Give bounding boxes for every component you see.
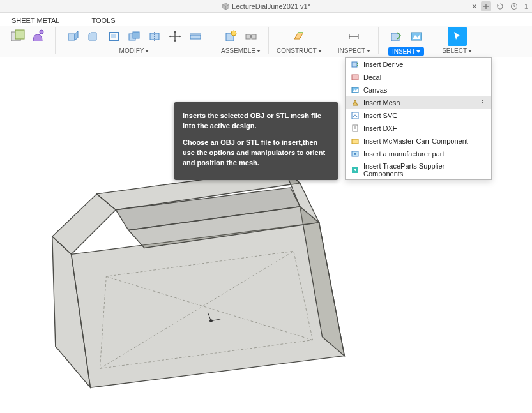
dd-label: Insert Derive [363, 61, 403, 68]
dxf-icon [351, 124, 360, 133]
mesh-icon [351, 98, 360, 107]
dd-decal[interactable]: Decal [346, 71, 491, 84]
tform-icon[interactable] [28, 27, 47, 46]
separator [330, 27, 330, 54]
dd-insert-derive[interactable]: Insert Derive [346, 58, 491, 71]
svg-rect-10 [133, 32, 139, 38]
refresh-icon[interactable] [495, 1, 505, 11]
dd-label: Insert Mesh [363, 99, 400, 107]
tooltip-line1: Inserts the selected OBJ or STL mesh fil… [183, 111, 330, 131]
insert-derive-icon[interactable] [386, 27, 406, 46]
separator [268, 27, 269, 54]
svg-rect-4 [15, 30, 24, 39]
group-assemble: ASSEMBLE [218, 27, 263, 54]
svg-rect-40 [352, 75, 358, 80]
modify-label[interactable]: MODIFY [119, 47, 149, 54]
svg-rect-39 [352, 62, 357, 67]
modify-label-text: MODIFY [119, 47, 144, 54]
new-component-icon[interactable] [221, 27, 240, 46]
dd-label: Insert DXF [363, 124, 397, 132]
new-tab-icon[interactable] [481, 1, 491, 11]
dd-label: Insert McMaster-Carr Component [363, 137, 468, 145]
dd-mcmaster[interactable]: Insert McMaster-Carr Component [346, 135, 491, 147]
chevron-down-icon [367, 50, 370, 52]
tooltip-line2: Choose an OBJ or STL file to insert,then… [183, 138, 330, 169]
derive-icon [351, 60, 360, 69]
canvas-icon [351, 86, 360, 94]
insert-canvas-icon[interactable] [407, 27, 426, 46]
assemble-label-text: ASSEMBLE [221, 47, 255, 54]
svg-icon [351, 111, 360, 120]
joint-icon[interactable] [241, 27, 261, 46]
close-icon[interactable]: × [472, 1, 477, 11]
decal-icon [351, 73, 360, 82]
document-title-wrap: LectureDialJune2021 v1* [222, 3, 310, 10]
dd-label: Insert a manufacturer part [363, 150, 445, 158]
dd-label: Canvas [363, 86, 387, 94]
separator [213, 27, 213, 54]
dd-insert-svg[interactable]: Insert SVG [346, 109, 491, 122]
construct-label[interactable]: CONSTRUCT [277, 47, 322, 54]
inspect-label-text: INSPECT [338, 47, 365, 54]
tab-labels: SHEET METAL TOOLS [0, 13, 532, 26]
group-sheet-metal [5, 27, 50, 46]
manufacturer-icon [351, 149, 360, 158]
clock-icon[interactable] [509, 1, 519, 11]
menu-sheet-metal[interactable]: SHEET METAL [11, 17, 59, 24]
clock-badge: 1 [523, 3, 528, 10]
combine-icon[interactable] [125, 27, 144, 46]
document-title: LectureDialJune2021 v1* [232, 3, 310, 10]
svg-rect-13 [190, 35, 201, 39]
align-icon[interactable] [186, 27, 205, 46]
assemble-label[interactable]: ASSEMBLE [221, 47, 261, 54]
svg-rect-23 [391, 33, 399, 41]
flange-icon[interactable] [8, 27, 27, 46]
move-icon[interactable] [165, 27, 185, 46]
inspect-label[interactable]: INSPECT [338, 47, 370, 54]
menu-tools[interactable]: TOOLS [91, 17, 115, 24]
chevron-down-icon [416, 50, 420, 53]
traceparts-icon [351, 165, 360, 174]
split-icon[interactable] [145, 27, 164, 46]
measure-icon[interactable] [344, 27, 363, 46]
separator [55, 27, 56, 54]
chevron-down-icon [468, 50, 472, 52]
svg-rect-45 [352, 112, 358, 119]
plane-icon[interactable] [289, 27, 308, 46]
dd-insert-dxf[interactable]: Insert DXF [346, 122, 491, 135]
document-cube-icon [222, 3, 229, 10]
group-inspect: INSPECT [335, 27, 373, 54]
dd-canvas[interactable]: Canvas [346, 84, 491, 96]
insert-label[interactable]: INSERT [388, 47, 425, 56]
title-bar-controls: × 1 [472, 1, 528, 11]
svg-point-19 [250, 35, 252, 38]
group-select: SELECT [439, 27, 475, 54]
svg-rect-6 [68, 34, 75, 40]
svg-marker-29 [72, 223, 345, 388]
svg-rect-49 [352, 139, 358, 144]
dd-manufacturer-part[interactable]: Insert a manufacturer part [346, 147, 491, 160]
svg-point-51 [354, 153, 356, 155]
select-label[interactable]: SELECT [442, 47, 472, 54]
tooltip-insert-mesh: Inserts the selected OBJ or STL mesh fil… [174, 102, 338, 180]
group-construct: CONSTRUCT [274, 27, 324, 54]
shell-icon[interactable] [104, 27, 123, 46]
chevron-down-icon [145, 50, 149, 52]
dd-label: Insert TraceParts Supplier Components [363, 162, 486, 177]
svg-point-16 [231, 31, 236, 36]
dd-traceparts[interactable]: Insert TraceParts Supplier Components [346, 160, 491, 179]
svg-rect-18 [252, 34, 256, 39]
separator [434, 27, 434, 54]
dd-label: Decal [363, 73, 381, 81]
title-bar: LectureDialJune2021 v1* × 1 [0, 0, 532, 13]
group-insert: INSERT [384, 27, 429, 56]
mcmaster-icon [351, 137, 360, 146]
select-icon[interactable] [448, 27, 467, 46]
construct-label-text: CONSTRUCT [277, 47, 317, 54]
fillet-icon[interactable] [84, 27, 103, 46]
dd-label: Insert SVG [363, 112, 398, 119]
press-pull-icon[interactable] [63, 27, 82, 46]
dd-insert-mesh[interactable]: Insert Mesh [346, 96, 491, 109]
insert-dropdown[interactable]: Insert Derive Decal Canvas Insert Mesh I… [345, 57, 492, 180]
select-label-text: SELECT [442, 47, 467, 54]
